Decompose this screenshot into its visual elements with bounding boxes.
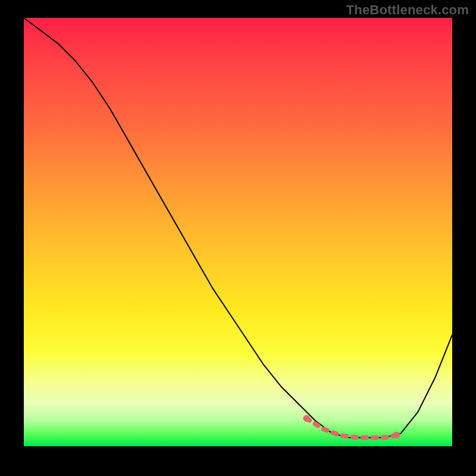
watermark-text: TheBottleneck.com	[346, 2, 469, 18]
curve-layer	[24, 18, 452, 446]
plot-area	[24, 18, 452, 446]
chart-frame: TheBottleneck.com	[0, 0, 476, 476]
minimum-band	[306, 418, 396, 437]
bottleneck-curve	[24, 18, 452, 438]
band-end-dot	[393, 432, 400, 439]
band-start-dot	[303, 415, 310, 422]
